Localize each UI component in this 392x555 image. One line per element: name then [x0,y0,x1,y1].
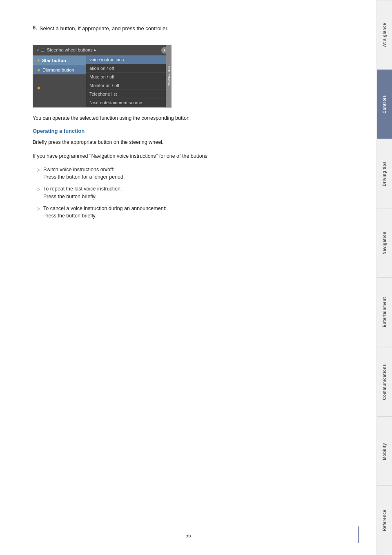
bullet-title-2: To cancel a voice instruction during an … [43,206,167,211]
page-number: 55 [185,533,191,539]
diamond-icon: ◆ [37,67,40,72]
tab-navigation[interactable]: Navigation [377,208,392,278]
small-diamond-icon: ◆ [37,85,40,90]
menu-left-empty-3 [33,92,86,101]
main-content: 6. Select a button, if appropriate, and … [0,0,376,555]
bullet-list: ▷ Switch voice instructions on/off: Pres… [37,166,352,220]
step-number: 6. [33,25,37,39]
screenshot-header-label: Steering wheel buttons ▸ [47,47,96,53]
bullet-title-1: To repeat the last voice instruction: [43,186,122,192]
check-icon: ✓ ☰ [36,48,45,52]
tab-reference[interactable]: Reference [377,486,392,555]
bullet-arrow-1: ▷ [37,186,40,192]
tab-driving-tips[interactable]: Driving tips [377,139,392,208]
sidebar-tabs: At a glance Controls Driving tips Naviga… [376,0,392,555]
operate-description: You can operate the selected function us… [33,114,352,122]
menu-right-item-0[interactable]: voice instructions [86,56,171,64]
menu-right-item-1[interactable]: ation on / off [86,64,171,73]
star-button-label: Star button [42,58,66,63]
operating-function-heading: Operating a function [33,128,352,134]
bullet-title-0: Switch voice instructions on/off: [43,167,114,172]
star-button-item[interactable]: + Star button [33,56,86,65]
bullet-content-1: To repeat the last voice instruction: Pr… [43,185,352,201]
operating-function-intro: Briefly press the appropriate button on … [33,138,352,146]
tab-at-a-glance[interactable]: At a glance [377,0,392,69]
menu-right-item-3[interactable]: Monitor on / off [86,81,171,90]
diamond-button-label: Diamond button [42,67,74,72]
step-text: Select a button, if appropriate, and pre… [40,25,169,33]
menu-right-item-2[interactable]: Mute on / off [86,73,171,81]
step-6-row: 6. Select a button, if appropriate, and … [33,25,352,39]
bullet-item-1: ▷ To repeat the last voice instruction: … [37,185,352,201]
tab-mobility[interactable]: Mobility [377,416,392,486]
tab-communications[interactable]: Communications [377,347,392,416]
page-number-bar [358,526,359,543]
menu-left-panel: + Star button ◆ Diamond button ◆ [33,56,86,107]
screenshot-menu: + Star button ◆ Diamond button ◆ [33,56,171,107]
menu-right-item-4[interactable]: Telephone list [86,90,171,98]
screenshot-box: ✓ ☰ Steering wheel buttons ▸ ● + Star bu… [33,45,172,107]
menu-left-empty-1 [33,74,86,83]
tab-entertainment[interactable]: Entertainment [377,278,392,347]
bullet-detail-2: Press the button briefly. [43,213,96,219]
diamond-button-item[interactable]: ◆ Diamond button [33,65,86,74]
bullet-arrow-2: ▷ [37,205,40,212]
bullet-item-2: ▷ To cancel a voice instruction during a… [37,205,352,220]
tab-controls[interactable]: Controls [377,69,392,139]
programmed-text: If you have programmed "Navigation voice… [33,152,352,160]
page-container: 6. Select a button, if appropriate, and … [0,0,392,555]
plus-icon: + [37,58,40,63]
screenshot-header: ✓ ☰ Steering wheel buttons ▸ ● [33,45,171,56]
menu-right-panel: voice instructions ation on / off Mute o… [86,56,171,107]
bullet-item-0: ▷ Switch voice instructions on/off: Pres… [37,166,352,181]
menu-right-item-5[interactable]: Next entertainment source [86,98,171,107]
menu-left-empty-2: ◆ [33,83,86,92]
screenshot-sidebar: V21USBH0084 [166,45,172,107]
bullet-detail-1: Press the button briefly. [43,194,96,199]
bullet-arrow-0: ▷ [37,166,40,173]
bullet-content-0: Switch voice instructions on/off: Press … [43,166,352,181]
bullet-content-2: To cancel a voice instruction during an … [43,205,352,220]
bullet-detail-0: Press the button for a longer period. [43,174,125,180]
